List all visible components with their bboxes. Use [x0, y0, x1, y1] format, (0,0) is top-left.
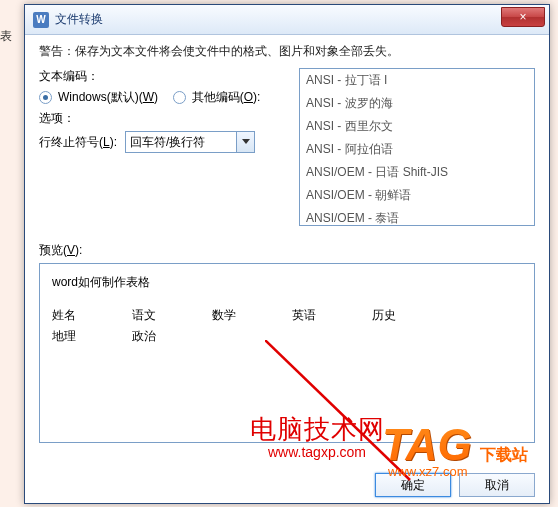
background-text: 表	[0, 28, 12, 45]
preview-box: word如何制作表格 姓名语文数学英语历史地理政治	[39, 263, 535, 443]
radio-windows-label: Windows(默认)(W)	[58, 89, 158, 106]
warning-text: 警告：保存为文本文件将会使文件中的格式、图片和对象全部丢失。	[39, 43, 535, 60]
preview-column: 政治	[132, 328, 212, 345]
encoding-option[interactable]: ANSI/OEM - 日语 Shift-JIS	[300, 161, 534, 184]
line-ending-label: 行终止符号(L):	[39, 134, 117, 151]
encoding-label: 文本编码：	[39, 68, 291, 85]
word-app-icon: W	[33, 12, 49, 28]
preview-column: 姓名	[52, 307, 132, 324]
encoding-option[interactable]: ANSI - 阿拉伯语	[300, 138, 534, 161]
dialog-content: 警告：保存为文本文件将会使文件中的格式、图片和对象全部丢失。 文本编码： Win…	[25, 35, 549, 451]
ok-button[interactable]: 确定	[375, 473, 451, 497]
encoding-listbox[interactable]: ANSI - 拉丁语 IANSI - 波罗的海ANSI - 西里尔文ANSI -…	[299, 68, 535, 226]
titlebar[interactable]: W 文件转换 ×	[25, 5, 549, 35]
radio-other-label: 其他编码(O):	[192, 89, 261, 106]
preview-heading: word如何制作表格	[52, 274, 522, 291]
dialog-footer: 确定 取消	[375, 473, 535, 497]
encoding-option[interactable]: ANSI - 西里尔文	[300, 115, 534, 138]
options-label: 选项：	[39, 110, 291, 127]
radio-windows[interactable]	[39, 91, 52, 104]
encoding-option[interactable]: ANSI - 拉丁语 I	[300, 69, 534, 92]
dialog-title: 文件转换	[55, 11, 103, 28]
line-ending-combobox[interactable]: 回车符/换行符	[125, 131, 255, 153]
preview-column: 英语	[292, 307, 372, 324]
close-button[interactable]: ×	[501, 7, 545, 27]
encoding-option[interactable]: ANSI/OEM - 泰语	[300, 207, 534, 226]
close-icon: ×	[519, 10, 526, 24]
preview-label: 预览(V):	[39, 242, 535, 259]
preview-column: 数学	[212, 307, 292, 324]
encoding-option[interactable]: ANSI - 波罗的海	[300, 92, 534, 115]
encoding-option[interactable]: ANSI/OEM - 朝鲜语	[300, 184, 534, 207]
preview-column: 历史	[372, 307, 452, 324]
preview-columns: 姓名语文数学英语历史地理政治	[52, 307, 522, 349]
preview-column: 语文	[132, 307, 212, 324]
chevron-down-icon[interactable]	[236, 132, 254, 152]
file-conversion-dialog: W 文件转换 × 警告：保存为文本文件将会使文件中的格式、图片和对象全部丢失。 …	[24, 4, 550, 504]
line-ending-value: 回车符/换行符	[126, 134, 236, 151]
cancel-button[interactable]: 取消	[459, 473, 535, 497]
radio-other[interactable]	[173, 91, 186, 104]
preview-column: 地理	[52, 328, 132, 345]
